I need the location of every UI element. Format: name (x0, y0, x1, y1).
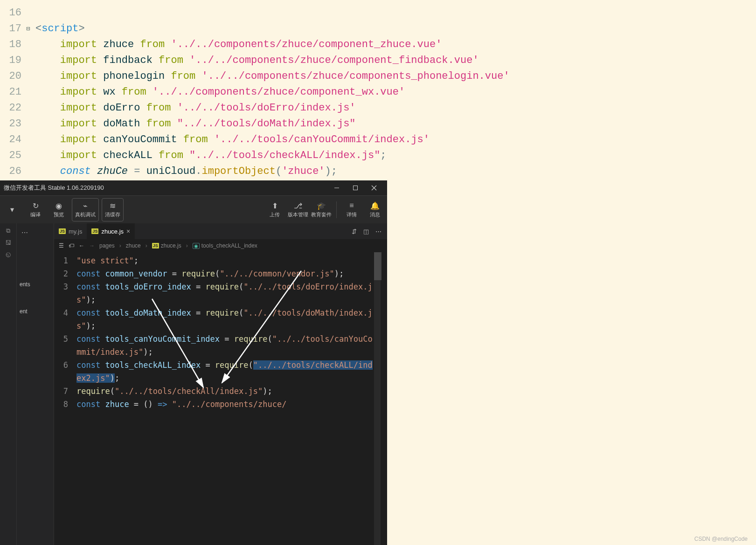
explorer-item[interactable]: ents (17, 280, 54, 289)
wx-devtools-window: 微信开发者工具 Stable 1.06.2209190 ▾ ↻编译 ◉预览 ⌁真… (0, 180, 387, 545)
breadcrumb-symbol[interactable]: ◉tools_checkALL_index (193, 242, 257, 249)
code-line[interactable]: 22 import doErro from '../../tools/doErr… (0, 100, 756, 116)
compile-button[interactable]: ↻编译 (25, 198, 46, 221)
titlebar[interactable]: 微信开发者工具 Stable 1.06.2209190 (0, 180, 387, 195)
code-line[interactable]: 26 const zhuCe = uniCloud.importObject('… (0, 163, 756, 179)
watermark: CSDN @endingCode (694, 536, 748, 542)
js-icon: JS (91, 228, 98, 234)
activity-bar: ⧉ 🖫 ◵ (0, 223, 17, 545)
upload-button[interactable]: ⬆上传 (264, 198, 285, 221)
code-line[interactable]: 21 import wx from '../../components/zhuc… (0, 84, 756, 100)
tab-zhuce-js[interactable]: JS zhuce.js × (87, 223, 135, 239)
save-all-icon[interactable]: 🖫 (5, 239, 11, 246)
source-code-editor: 1617⊟<script>18 import zhuce from '../..… (0, 0, 756, 179)
js-icon: JS (152, 243, 159, 248)
main-area: ⧉ 🖫 ◵ ⋯ ents ent JS my.js JS zhuce.js × (0, 223, 387, 545)
version-mgmt-button[interactable]: ⎇版本管理 (288, 198, 308, 221)
breadcrumb: ☰ 🏷 ← → pages › zhuce › JSzhuce.js › ◉to… (54, 239, 387, 252)
code-line[interactable]: 4const tools_doMath_index = require("../… (54, 306, 387, 332)
details-button[interactable]: ≡详情 (341, 198, 362, 221)
code-line[interactable]: 20 import phonelogin from '../../compone… (0, 68, 756, 84)
code-line[interactable]: 23 import doMath from "../../tools/doMat… (0, 116, 756, 131)
breadcrumb-item[interactable]: zhuce (126, 242, 141, 249)
maximize-button[interactable] (346, 180, 365, 195)
minimize-button[interactable] (327, 180, 346, 195)
forward-icon[interactable]: → (89, 242, 95, 249)
messages-button[interactable]: 🔔消息 (365, 198, 385, 221)
code-line[interactable]: 18 import zhuce from '../../components/z… (0, 36, 756, 52)
explorer-more-icon[interactable]: ⋯ (17, 227, 54, 238)
list-icon[interactable]: ☰ (59, 242, 64, 249)
explorer-item[interactable]: ent (17, 307, 54, 316)
code-line[interactable]: 8const zhuce = () => "../../components/z… (54, 398, 387, 411)
back-icon[interactable]: ← (79, 242, 84, 249)
code-line[interactable]: 1"use strict"; (54, 254, 387, 267)
code-line[interactable]: 7require("../../tools/checkAll/index.js"… (54, 385, 387, 398)
breadcrumb-item[interactable]: pages (99, 242, 115, 249)
docker-icon[interactable]: ◵ (6, 251, 11, 258)
split-icon[interactable]: ◫ (363, 228, 369, 235)
edu-suite-button[interactable]: 🎓教育套件 (311, 198, 332, 221)
symbol-icon: ◉ (193, 243, 200, 249)
panel-icon[interactable]: ⧉ (6, 227, 10, 235)
code-editor[interactable]: 1"use strict";2const common_vendor = req… (54, 252, 387, 545)
code-line[interactable]: 19 import findback from '../../component… (0, 52, 756, 68)
code-line[interactable]: 24 import canYouCommit from '../../tools… (0, 131, 756, 147)
minimap[interactable] (374, 252, 381, 545)
svg-rect-1 (354, 186, 358, 190)
clear-cache-button[interactable]: ≋清缓存 (102, 198, 124, 221)
code-line[interactable]: 3const tools_doErro_index = require("../… (54, 280, 387, 306)
code-line[interactable]: 5const tools_canYouCommit_index = requir… (54, 332, 387, 359)
code-line[interactable]: 17⊟<script> (0, 21, 756, 36)
dropdown-icon[interactable]: ▾ (2, 198, 22, 221)
tab-my-js[interactable]: JS my.js (54, 223, 87, 239)
js-icon: JS (59, 228, 66, 234)
toolbar: ▾ ↻编译 ◉预览 ⌁真机调试 ≋清缓存 ⬆上传 ⎇版本管理 🎓教育套件 ≡详情… (0, 195, 387, 223)
more-icon[interactable]: ⋯ (375, 228, 381, 235)
close-icon[interactable]: × (126, 228, 130, 235)
tab-bar: JS my.js JS zhuce.js × ⇵ ◫ ⋯ (54, 223, 387, 239)
code-line[interactable]: 2const common_vendor = require("../../co… (54, 267, 387, 280)
code-line[interactable]: 6const tools_checkALL_index = require(".… (54, 359, 387, 385)
file-explorer[interactable]: ⋯ ents ent (17, 223, 54, 545)
compare-icon[interactable]: ⇵ (352, 228, 357, 235)
preview-button[interactable]: ◉预览 (49, 198, 69, 221)
window-title: 微信开发者工具 Stable 1.06.2209190 (4, 184, 104, 192)
window-controls (327, 180, 383, 195)
breadcrumb-item[interactable]: JSzhuce.js (152, 242, 181, 249)
close-button[interactable] (365, 180, 383, 195)
real-debug-button[interactable]: ⌁真机调试 (72, 198, 99, 221)
editor-area: JS my.js JS zhuce.js × ⇵ ◫ ⋯ ☰ 🏷 ← → (54, 223, 387, 545)
code-line[interactable]: 16 (0, 5, 756, 21)
scrollbar-thumb[interactable] (374, 252, 381, 280)
bookmark-icon[interactable]: 🏷 (69, 242, 74, 249)
code-line[interactable]: 25 import checkALL from "../../tools/che… (0, 147, 756, 163)
